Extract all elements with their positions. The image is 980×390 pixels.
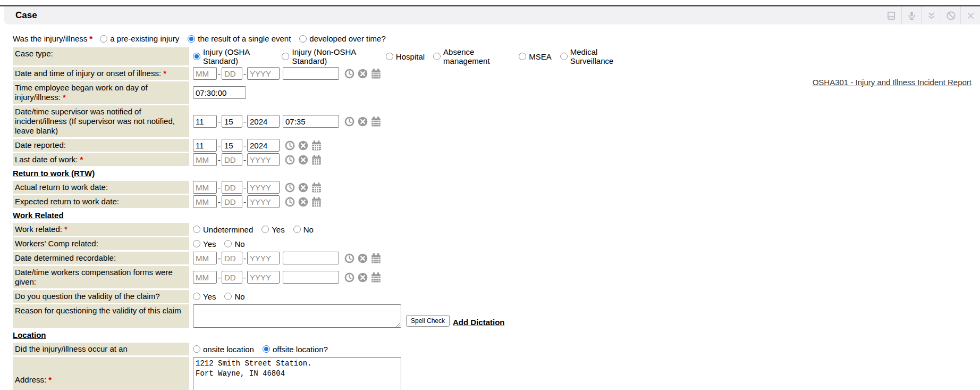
clear-date-icon[interactable]	[298, 154, 309, 165]
calendar-icon[interactable]	[370, 272, 382, 283]
radio-work-undetermined[interactable]: Undetermined	[193, 225, 253, 234]
radio-icon[interactable]	[560, 53, 568, 60]
calendar-icon[interactable]	[311, 196, 322, 208]
recordable-day-input[interactable]	[222, 252, 242, 264]
last-work-month-input[interactable]	[193, 153, 217, 166]
radio-onsite-location[interactable]: onsite location	[193, 345, 254, 354]
clear-date-icon[interactable]	[298, 182, 309, 193]
row-date-recordable: Date determined recordable: - -	[13, 252, 640, 264]
radio-medical-surveillance[interactable]: Medical Surveillance	[560, 47, 631, 65]
radio-icon[interactable]	[299, 35, 307, 43]
clear-date-icon[interactable]	[298, 140, 309, 151]
book-icon[interactable]	[882, 6, 901, 24]
wc-forms-year-input[interactable]	[247, 271, 280, 284]
calendar-icon[interactable]	[311, 154, 322, 165]
calendar-icon[interactable]	[311, 140, 322, 151]
clock-icon[interactable]	[344, 116, 355, 127]
wc-forms-time-input[interactable]	[283, 271, 339, 284]
recordable-time-input[interactable]	[283, 252, 339, 264]
radio-work-yes[interactable]: Yes	[261, 225, 284, 234]
injury-day-input[interactable]	[222, 67, 242, 80]
radio-icon[interactable]	[193, 293, 200, 300]
radio-icon[interactable]	[224, 293, 232, 300]
radio-selected-icon[interactable]	[188, 35, 195, 43]
radio-selected-icon[interactable]	[263, 345, 270, 353]
reported-year-input[interactable]	[247, 139, 280, 152]
osha301-report-link[interactable]: OSHA301 - Injury and Illness Incident Re…	[813, 78, 971, 87]
supervisor-year-input[interactable]	[247, 115, 280, 128]
radio-pre-existing-injury[interactable]: a pre-existing injury	[100, 34, 179, 43]
recordable-month-input[interactable]	[193, 252, 217, 264]
add-dictation-link[interactable]: Add Dictation	[453, 318, 505, 327]
expected-rtw-year-input[interactable]	[247, 195, 280, 208]
radio-icon[interactable]	[193, 240, 200, 247]
block-icon[interactable]	[941, 6, 960, 24]
reported-month-input[interactable]	[193, 139, 217, 152]
calendar-icon[interactable]	[370, 68, 382, 79]
collapse-icon[interactable]	[921, 6, 941, 24]
radio-msea[interactable]: MSEA	[519, 52, 552, 61]
radio-icon[interactable]	[224, 240, 232, 247]
address-textarea[interactable]: 1212 Smith Street Station. Fort Wayne, I…	[193, 357, 401, 390]
injury-month-input[interactable]	[193, 67, 217, 80]
clear-date-icon[interactable]	[298, 196, 309, 208]
expected-rtw-month-input[interactable]	[193, 195, 217, 208]
radio-wc-yes[interactable]: Yes	[193, 239, 216, 248]
radio-icon[interactable]	[193, 345, 200, 353]
actual-rtw-day-input[interactable]	[222, 181, 242, 194]
clear-date-icon[interactable]	[357, 253, 368, 264]
radio-offsite-location[interactable]: offsite location?	[263, 345, 328, 354]
supervisor-month-input[interactable]	[193, 115, 217, 128]
radio-icon[interactable]	[261, 226, 269, 233]
injury-time-input[interactable]	[283, 67, 339, 80]
supervisor-day-input[interactable]	[222, 115, 242, 128]
last-work-day-input[interactable]	[222, 153, 242, 166]
microphone-icon[interactable]	[901, 6, 921, 24]
radio-work-no[interactable]: No	[293, 225, 314, 234]
close-icon[interactable]	[960, 6, 980, 24]
radio-selected-icon[interactable]	[193, 53, 200, 60]
wc-forms-month-input[interactable]	[193, 271, 217, 284]
last-work-year-input[interactable]	[247, 153, 280, 166]
radio-single-event[interactable]: the result of a single event	[188, 34, 291, 43]
actual-rtw-year-input[interactable]	[247, 181, 280, 194]
radio-validity-no[interactable]: No	[224, 292, 244, 301]
time-began-input[interactable]	[193, 86, 246, 99]
clock-icon[interactable]	[284, 182, 295, 193]
radio-icon[interactable]	[433, 53, 441, 60]
clear-date-icon[interactable]	[357, 116, 368, 127]
expected-rtw-day-input[interactable]	[222, 195, 242, 208]
radio-hospital[interactable]: Hospital	[386, 52, 425, 61]
radio-icon[interactable]	[193, 226, 200, 233]
radio-icon[interactable]	[519, 53, 526, 60]
calendar-icon[interactable]	[370, 116, 382, 127]
radio-icon[interactable]	[100, 35, 107, 43]
calendar-icon[interactable]	[311, 182, 322, 193]
injury-year-input[interactable]	[247, 67, 280, 80]
clear-date-icon[interactable]	[357, 272, 368, 283]
radio-icon[interactable]	[386, 53, 393, 60]
radio-injury-osha[interactable]: Injury (OSHA Standard)	[193, 47, 273, 65]
reason-validity-textarea[interactable]	[193, 304, 401, 328]
clock-icon[interactable]	[284, 196, 295, 208]
radio-developed-over-time[interactable]: developed over time?	[299, 34, 385, 43]
radio-wc-no[interactable]: No	[224, 239, 244, 248]
reported-day-input[interactable]	[222, 139, 242, 152]
clock-icon[interactable]	[284, 140, 295, 151]
radio-validity-yes[interactable]: Yes	[193, 292, 216, 301]
recordable-year-input[interactable]	[247, 252, 280, 264]
clock-icon[interactable]	[284, 154, 295, 165]
radio-icon[interactable]	[293, 226, 301, 233]
clear-date-icon[interactable]	[357, 68, 368, 79]
calendar-icon[interactable]	[370, 253, 382, 264]
clock-icon[interactable]	[344, 272, 355, 283]
radio-injury-non-osha[interactable]: Injury (Non-OSHA Standard)	[282, 47, 377, 65]
radio-icon[interactable]	[282, 53, 289, 60]
radio-absence-management[interactable]: Absence management	[433, 47, 510, 65]
wc-forms-day-input[interactable]	[222, 271, 242, 284]
clock-icon[interactable]	[344, 68, 355, 79]
actual-rtw-month-input[interactable]	[193, 181, 217, 194]
clock-icon[interactable]	[344, 253, 355, 264]
spell-check-button[interactable]: Spell Check	[406, 315, 450, 327]
supervisor-time-input[interactable]	[283, 115, 339, 128]
